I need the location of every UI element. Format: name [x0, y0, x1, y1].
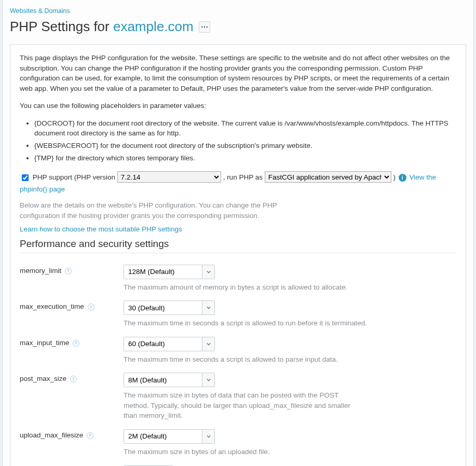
chevron-down-icon[interactable] [202, 337, 214, 351]
chevron-down-icon[interactable] [202, 265, 214, 279]
placeholder-docroot: {DOCROOT} for the document root director… [34, 118, 456, 139]
help-icon[interactable]: ? [70, 376, 77, 382]
section-performance-security: Performance and security settings [20, 238, 456, 250]
info-icon[interactable]: i [399, 174, 406, 182]
php-run-as-select[interactable]: FastCGI application served by Apache [265, 171, 391, 183]
breadcrumb-websites-domains[interactable]: Websites & Domains [10, 7, 70, 15]
chevron-down-icon[interactable] [202, 301, 214, 314]
placeholder-tmp: {TMP} for the directory which stores tem… [34, 153, 456, 163]
upload-max-filesize-label: upload_max_filesize [20, 431, 83, 439]
help-icon[interactable]: ? [65, 268, 72, 275]
max-execution-time-label: max_execution_time [20, 303, 84, 310]
help-icon[interactable]: ? [88, 304, 94, 310]
help-icon[interactable]: ? [73, 340, 79, 347]
upload-max-filesize-hint: The maximum size in bytes of an uploaded… [124, 447, 393, 457]
max-input-time-input[interactable] [124, 337, 202, 351]
post-max-size-hint: The maximum size in bytes of data that c… [124, 390, 362, 421]
page-title-prefix: PHP Settings for [10, 19, 113, 34]
help-icon[interactable]: ? [87, 432, 93, 439]
memory-limit-label: memory_limit [20, 267, 61, 275]
chevron-down-icon[interactable] [202, 373, 214, 387]
max-execution-time-hint: The maximum time in seconds a script is … [124, 318, 393, 328]
placeholder-webspaceroot: {WEBSPACEROOT} for the document root dir… [34, 141, 456, 151]
more-actions-button[interactable]: ⋯ [199, 21, 210, 33]
php-support-label: PHP support (PHP version [33, 173, 115, 181]
chevron-down-icon[interactable] [202, 430, 214, 443]
max-input-time-hint: The maximum time in seconds a script is … [124, 354, 393, 365]
memory-limit-hint: The maximum amount of memory in bytes a … [124, 282, 393, 293]
page-title-domain: example.com [113, 19, 194, 34]
max-input-time-label: max_input_time [20, 339, 69, 347]
memory-limit-input[interactable] [124, 265, 202, 279]
config-note: Below are the details on the website's P… [20, 200, 290, 221]
upload-max-filesize-input[interactable] [124, 430, 202, 443]
intro-paragraph-1: This page displays the PHP configuration… [20, 53, 456, 93]
placeholder-list: {DOCROOT} for the document root director… [20, 118, 456, 163]
run-as-label: , run PHP as [223, 173, 263, 181]
divider [20, 253, 456, 253]
close-paren: ) [393, 173, 396, 181]
content-panel: This page displays the PHP configuration… [10, 44, 466, 466]
php-version-select[interactable]: 7.2.14 [117, 171, 221, 183]
php-support-checkbox[interactable] [22, 174, 29, 181]
max-execution-time-input[interactable] [124, 301, 202, 314]
intro-paragraph-2: You can use the following placeholders i… [20, 101, 456, 111]
page-title: PHP Settings for example.com [10, 19, 194, 35]
learn-php-settings-link[interactable]: Learn how to choose the most suitable PH… [20, 225, 182, 233]
page-title-bar: PHP Settings for example.com ⋯ [3, 17, 473, 44]
post-max-size-input[interactable] [124, 373, 202, 387]
post-max-size-label: post_max_size [20, 375, 66, 382]
